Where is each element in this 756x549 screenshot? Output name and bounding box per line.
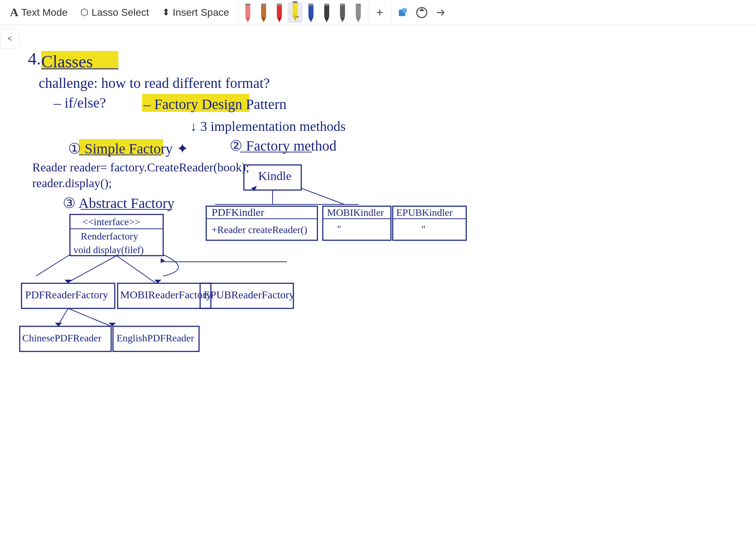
epub-kindler-text: EPUBKindler	[396, 207, 453, 218]
canvas-svg: 4. Classes challenge: how to read differ…	[0, 25, 756, 549]
text-mode-icon: A	[10, 6, 18, 19]
pdf-kindler-method: +Reader createReader()	[212, 224, 307, 235]
svg-rect-24	[356, 4, 361, 6]
light-gray-pen-button[interactable]	[351, 2, 366, 23]
svg-rect-11	[293, 1, 298, 3]
gray-pen-button[interactable]	[335, 2, 350, 23]
interface-arrow-line	[36, 255, 70, 276]
chevron-left-icon: <	[8, 34, 12, 43]
epub-reader-factory-text: EPUBReaderFactory	[204, 289, 294, 300]
insert-space-button[interactable]: ⬍ Insert Space	[156, 4, 236, 21]
separator-1	[238, 4, 238, 22]
lasso-select-label: Lasso Select	[91, 7, 149, 18]
impl-methods-text: ↓ 3 implementation methods	[190, 119, 346, 134]
red-pen-button[interactable]	[272, 2, 287, 23]
svg-marker-20	[340, 17, 345, 22]
text-mode-button[interactable]: A Text Mode	[4, 3, 74, 22]
pink-pen-button[interactable]	[240, 2, 255, 23]
share-button[interactable]	[431, 3, 450, 22]
share-icon	[434, 6, 447, 19]
epub-kindler-method: "	[421, 223, 425, 235]
interface-label-text: <<interface>>	[82, 216, 140, 227]
simple-factory-text: ① Simple Factory ✦	[68, 141, 189, 157]
svg-rect-26	[402, 8, 407, 13]
challenge-text: challenge: how to read different format?	[39, 75, 270, 91]
svg-rect-5	[261, 4, 266, 6]
svg-marker-7	[277, 17, 282, 22]
sidebar-toggle-button[interactable]: <	[0, 29, 20, 48]
undo-button[interactable]	[394, 3, 412, 22]
mobi-kindler-text: MOBIKindler	[327, 207, 384, 218]
kindle-text: Kindle	[258, 169, 292, 183]
canvas-area: 4. Classes challenge: how to read differ…	[0, 25, 756, 549]
svg-marker-23	[356, 17, 361, 22]
add-icon: +	[376, 5, 383, 19]
kindle-arrow-right	[301, 188, 344, 204]
to-mobi-factory-line	[117, 256, 156, 283]
svg-rect-8	[277, 4, 282, 6]
pdf-kindler-text: PDFKindler	[212, 206, 264, 218]
mobi-reader-factory-text: MOBIReaderFactory	[120, 289, 212, 300]
ifelse-text: – if/else?	[53, 95, 106, 111]
title-text: 4.	[28, 49, 41, 68]
separator-2	[368, 4, 368, 22]
svg-marker-28	[419, 8, 425, 11]
yellow-pen-button[interactable]	[288, 2, 303, 23]
void-display-text: void display(filef)	[74, 245, 144, 255]
brown-pen-button[interactable]	[256, 2, 271, 23]
render-factory-text: Renderfactory	[81, 231, 138, 242]
factory-method-text: ② Factory method	[230, 138, 336, 154]
svg-marker-1	[245, 17, 250, 22]
svg-rect-18	[324, 4, 329, 6]
code-line1-text: Reader reader= factory.CreateReader(book…	[32, 161, 249, 174]
svg-marker-4	[261, 17, 266, 22]
pen-container	[240, 2, 366, 23]
redo-button[interactable]	[412, 3, 431, 22]
svg-rect-2	[245, 4, 250, 6]
text-mode-label: Text Mode	[21, 7, 67, 18]
insert-space-icon: ⬍	[162, 7, 170, 18]
lasso-select-button[interactable]: ⬡ Lasso Select	[74, 4, 155, 21]
classes-text: Classes	[41, 52, 93, 71]
svg-marker-17	[324, 17, 329, 22]
interface-curve	[163, 255, 179, 276]
mobi-kindler-method: "	[337, 223, 341, 235]
abstract-factory-text: ③ Abstract Factory	[63, 195, 175, 211]
blue-pen-button[interactable]	[303, 2, 318, 23]
svg-rect-15	[308, 4, 313, 6]
lasso-icon: ⬡	[80, 7, 89, 18]
pdf-reader-factory-text: PDFReaderFactory	[25, 289, 108, 300]
code-line2-text: reader.display();	[32, 176, 112, 190]
dark-gray-pen-button[interactable]	[319, 2, 334, 23]
arrow-to-interface	[161, 258, 165, 263]
redo-icon	[415, 6, 428, 19]
svg-marker-14	[308, 17, 313, 22]
to-pdf-factory-line	[66, 256, 117, 283]
separator-3	[391, 4, 392, 22]
factory-pattern-text: – Factory Design Pattern	[143, 96, 287, 112]
add-button[interactable]: +	[370, 3, 389, 22]
english-reader-text: EnglishPDFReader	[117, 332, 194, 344]
chinese-reader-text: ChinesePDFReader	[22, 332, 102, 344]
svg-rect-21	[340, 4, 345, 6]
undo-icon	[397, 6, 410, 19]
toolbar: A Text Mode ⬡ Lasso Select ⬍ Insert Spac…	[0, 0, 756, 25]
pdf-to-english-line	[68, 308, 111, 326]
insert-space-label: Insert Space	[173, 7, 229, 18]
